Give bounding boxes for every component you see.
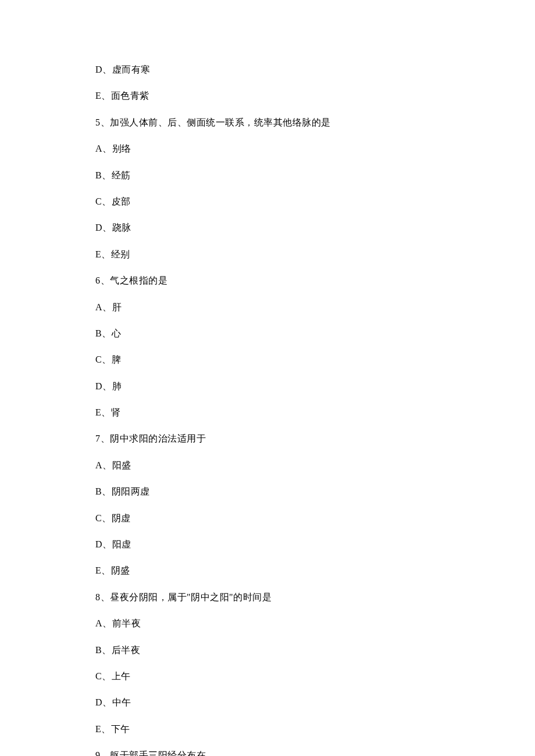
option-text: D、中午 <box>95 696 535 710</box>
option-text: D、阳虚 <box>95 538 535 551</box>
option-text: B、阴阳两虚 <box>95 485 535 499</box>
option-text: C、阴虚 <box>95 511 535 525</box>
document-page: D、虚而有寒 E、面色青紫 5、加强人体前、后、侧面统一联系，统率其他络脉的是 … <box>0 0 535 756</box>
option-text: E、下午 <box>95 722 535 736</box>
option-text: D、跷脉 <box>95 221 535 235</box>
question-text: 9、躯干部手三阳经分布在 <box>95 748 535 756</box>
option-text: A、别络 <box>95 142 535 156</box>
option-text: C、皮部 <box>95 195 535 209</box>
option-text: B、经筋 <box>95 169 535 182</box>
option-text: E、阴盛 <box>95 564 535 578</box>
option-text: A、肝 <box>95 300 535 314</box>
option-text: A、前半夜 <box>95 617 535 630</box>
option-text: E、经别 <box>95 248 535 261</box>
option-text: E、肾 <box>95 406 535 420</box>
option-text: D、虚而有寒 <box>95 63 535 77</box>
option-text: B、后半夜 <box>95 643 535 657</box>
option-text: B、心 <box>95 327 535 341</box>
option-text: E、面色青紫 <box>95 89 535 103</box>
option-text: C、上午 <box>95 669 535 683</box>
option-text: D、肺 <box>95 379 535 393</box>
option-text: A、阳盛 <box>95 458 535 472</box>
question-text: 8、昼夜分阴阳，属于"阴中之阳"的时间是 <box>95 590 535 604</box>
question-text: 5、加强人体前、后、侧面统一联系，统率其他络脉的是 <box>95 116 535 130</box>
question-text: 7、阴中求阳的治法适用于 <box>95 432 535 446</box>
option-text: C、脾 <box>95 353 535 367</box>
question-text: 6、气之根指的是 <box>95 274 535 288</box>
